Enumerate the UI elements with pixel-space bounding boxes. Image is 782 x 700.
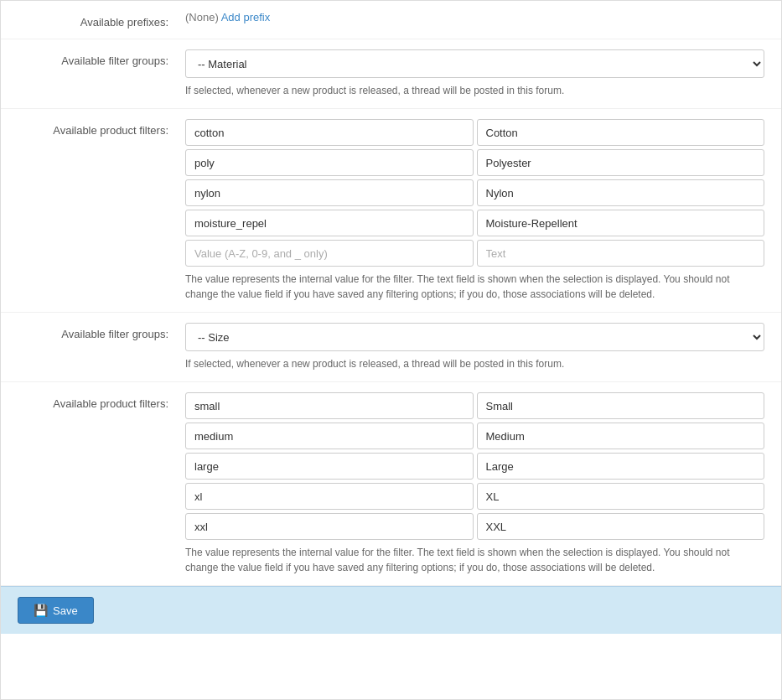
material-filter-group-value: -- Material -- Size -- Color If selected… — [185, 49, 764, 98]
prefixes-value-cell: (None) Add prefix — [185, 11, 764, 23]
prefixes-label: Available prefixes: — [18, 11, 185, 29]
material-filter-pair-1 — [185, 149, 764, 176]
size-text-1[interactable] — [477, 423, 765, 449]
size-text-2[interactable] — [477, 453, 765, 480]
prefixes-row: Available prefixes: (None) Add prefix — [1, 1, 781, 39]
size-value-4[interactable] — [185, 513, 474, 540]
material-text-2[interactable] — [477, 179, 765, 206]
material-group-hint: If selected, whenever a new product is r… — [185, 83, 764, 98]
size-value-3[interactable] — [185, 483, 474, 510]
size-group-hint: If selected, whenever a new product is r… — [185, 356, 764, 371]
material-filter-group-label: Available filter groups: — [18, 49, 185, 67]
size-filter-pair-4 — [185, 513, 764, 540]
size-filter-pair-2 — [185, 453, 764, 480]
material-value-0[interactable] — [185, 119, 474, 146]
material-text-1[interactable] — [477, 149, 765, 176]
material-filter-pair-3 — [185, 210, 764, 236]
size-text-0[interactable] — [477, 392, 765, 419]
material-filter-group-select[interactable]: -- Material -- Size -- Color — [185, 49, 764, 78]
material-filters-label: Available product filters: — [18, 119, 185, 137]
material-filter-pair-2 — [185, 179, 764, 206]
size-text-3[interactable] — [477, 483, 765, 510]
material-value-empty[interactable] — [185, 240, 474, 267]
page-wrapper: Available prefixes: (None) Add prefix Av… — [0, 0, 782, 700]
size-filter-group-row: Available filter groups: -- Material -- … — [1, 313, 781, 382]
material-filters-value: The value represents the internal value … — [185, 119, 764, 302]
material-filters-row: Available product filters: — [1, 109, 781, 313]
size-filters-hint: The value represents the internal value … — [185, 545, 764, 575]
size-filter-group-value: -- Material -- Size -- Color If selected… — [185, 323, 764, 371]
material-filter-pair-0 — [185, 119, 764, 146]
size-filter-group-select[interactable]: -- Material -- Size -- Color — [185, 323, 764, 351]
material-value-2[interactable] — [185, 179, 474, 206]
size-filters-row: Available product filters: — [1, 382, 781, 586]
material-filter-pair-empty — [185, 240, 764, 267]
size-value-1[interactable] — [185, 423, 474, 449]
size-filter-pair-1 — [185, 423, 764, 449]
size-filter-pair-3 — [185, 483, 764, 510]
material-text-0[interactable] — [477, 119, 765, 146]
size-text-4[interactable] — [477, 513, 765, 540]
save-bar: 💾 Save — [1, 586, 781, 634]
size-filters-label: Available product filters: — [18, 392, 185, 410]
size-filters-value: The value represents the internal value … — [185, 392, 764, 575]
save-button-label: Save — [53, 604, 78, 617]
material-value-1[interactable] — [185, 149, 474, 176]
prefix-none: (None) — [185, 11, 219, 23]
material-text-3[interactable] — [477, 210, 765, 236]
size-filter-pair-0 — [185, 392, 764, 419]
material-value-3[interactable] — [185, 210, 474, 236]
size-filter-group-label: Available filter groups: — [18, 323, 185, 340]
size-value-2[interactable] — [185, 453, 474, 480]
material-text-empty[interactable] — [477, 240, 765, 267]
add-prefix-link[interactable]: Add prefix — [221, 11, 271, 23]
prefix-none-text: (None) Add prefix — [185, 11, 270, 23]
size-value-0[interactable] — [185, 392, 474, 419]
save-icon: 💾 — [34, 604, 48, 617]
save-button[interactable]: 💾 Save — [18, 597, 94, 624]
material-filters-hint: The value represents the internal value … — [185, 272, 764, 302]
material-filter-group-row: Available filter groups: -- Material -- … — [1, 39, 781, 109]
